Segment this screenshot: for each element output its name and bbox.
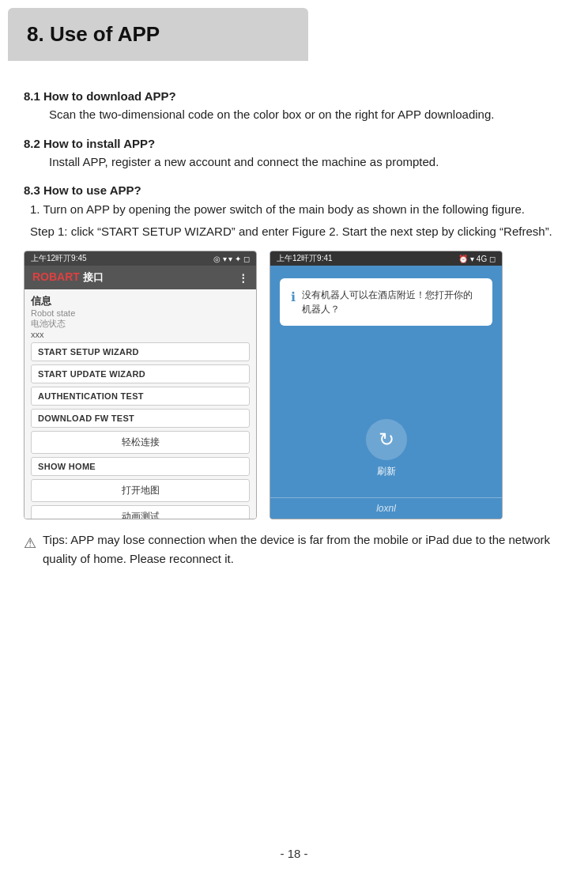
phone-left-time: 上午12旰丌9:45 bbox=[31, 253, 87, 264]
dialog-text: 没有机器人可以在酒店附近！您打开你的机器人？ bbox=[302, 288, 481, 316]
section-81-body: Scan the two-dimensional code on the col… bbox=[49, 106, 564, 124]
page-number: - 18 - bbox=[0, 847, 588, 860]
battery-label: 电池状态 bbox=[31, 318, 250, 330]
animation-test-button[interactable]: 动画测试 bbox=[31, 505, 250, 519]
brand-label: loxnl bbox=[376, 503, 396, 514]
easy-connect-button[interactable]: 轻松连接 bbox=[31, 431, 250, 454]
section-83-1-title: 1. Turn on APP by opening the power swit… bbox=[30, 200, 564, 219]
robot-state-label: Robot state bbox=[31, 308, 250, 318]
open-map-button[interactable]: 打开地图 bbox=[31, 479, 250, 502]
refresh-button[interactable]: ↻ bbox=[366, 419, 407, 460]
start-setup-wizard-button[interactable]: START SETUP WIZARD bbox=[31, 342, 250, 361]
start-update-wizard-button[interactable]: START UPDATE WIZARD bbox=[31, 364, 250, 383]
info-circle-icon: ℹ bbox=[291, 288, 296, 316]
tips-text: Tips: APP may lose connection when the d… bbox=[43, 531, 564, 568]
info-section: 信息 Robot state 电池状态 xxx bbox=[31, 294, 250, 339]
phone-screenshot-right: 上午12旰丌9:41 ⏰ ▾ 4G ◻ ℹ 没有机器人可以在酒店附近！您打开你的… bbox=[270, 251, 503, 519]
download-fw-test-button[interactable]: DOWNLOAD FW TEST bbox=[31, 409, 250, 428]
warning-triangle-icon: ⚠ bbox=[24, 532, 36, 555]
phone-left-icons: ◎ ▾ ▾ ✦ ◻ bbox=[213, 255, 250, 263]
phone-left-status-bar: 上午12旰丌9:45 ◎ ▾ ▾ ✦ ◻ bbox=[24, 251, 256, 266]
phone-right-icons: ⏰ ▾ 4G ◻ bbox=[458, 255, 496, 263]
phone-left-body: 信息 Robot state 电池状态 xxx START SETUP WIZA… bbox=[24, 289, 256, 519]
menu-icon[interactable]: ⋮ bbox=[238, 272, 248, 284]
phone-right-status-bar: 上午12旰丌9:41 ⏰ ▾ 4G ◻ bbox=[270, 251, 502, 266]
step1-text: Step 1: click “START SETUP WIZARD” and e… bbox=[30, 222, 564, 241]
page-header: 8. Use of APP bbox=[8, 8, 308, 61]
content-area: 8.1 How to download APP? Scan the two-di… bbox=[0, 61, 588, 584]
section-82-body: Install APP, register a new account and … bbox=[49, 153, 564, 172]
section-81-title: 8.1 How to download APP? bbox=[24, 89, 564, 103]
phone-left-topbar: ROBART 接口 ⋮ bbox=[24, 266, 256, 289]
section-83-title: 8.3 How to use APP? bbox=[24, 183, 564, 197]
btn-row-1: START SETUP WIZARD START UPDATE WIZARD A… bbox=[31, 342, 250, 519]
phone-right-body: ↻ 刷新 bbox=[270, 332, 502, 497]
robart-zh-label: 接口 bbox=[83, 271, 104, 283]
page-title: 8. Use of APP bbox=[27, 22, 289, 47]
screenshots-row: 上午12旰丌9:45 ◎ ▾ ▾ ✦ ◻ ROBART 接口 ⋮ 信息 Robo… bbox=[24, 251, 564, 519]
refresh-icon: ↻ bbox=[379, 429, 394, 451]
section-82-title: 8.2 How to install APP? bbox=[24, 137, 564, 150]
refresh-label: 刷新 bbox=[377, 465, 396, 478]
tips-row: ⚠ Tips: APP may lose connection when the… bbox=[24, 531, 564, 568]
phone-right-time: 上午12旰丌9:41 bbox=[277, 253, 333, 264]
authentication-test-button[interactable]: AUTHENTICATION TEST bbox=[31, 387, 250, 406]
info-title: 信息 bbox=[31, 294, 250, 308]
app-name-label: ROBART 接口 bbox=[32, 270, 104, 285]
show-home-button[interactable]: SHOW HOME bbox=[31, 457, 250, 476]
phone-right-bottom-bar: loxnl bbox=[270, 497, 502, 519]
phone-screenshot-left: 上午12旰丌9:45 ◎ ▾ ▾ ✦ ◻ ROBART 接口 ⋮ 信息 Robo… bbox=[24, 251, 257, 519]
robart-red-label: ROBART bbox=[32, 270, 80, 283]
dialog-box: ℹ 没有机器人可以在酒店附近！您打开你的机器人？ bbox=[280, 278, 492, 326]
battery-value: xxx bbox=[31, 330, 250, 339]
